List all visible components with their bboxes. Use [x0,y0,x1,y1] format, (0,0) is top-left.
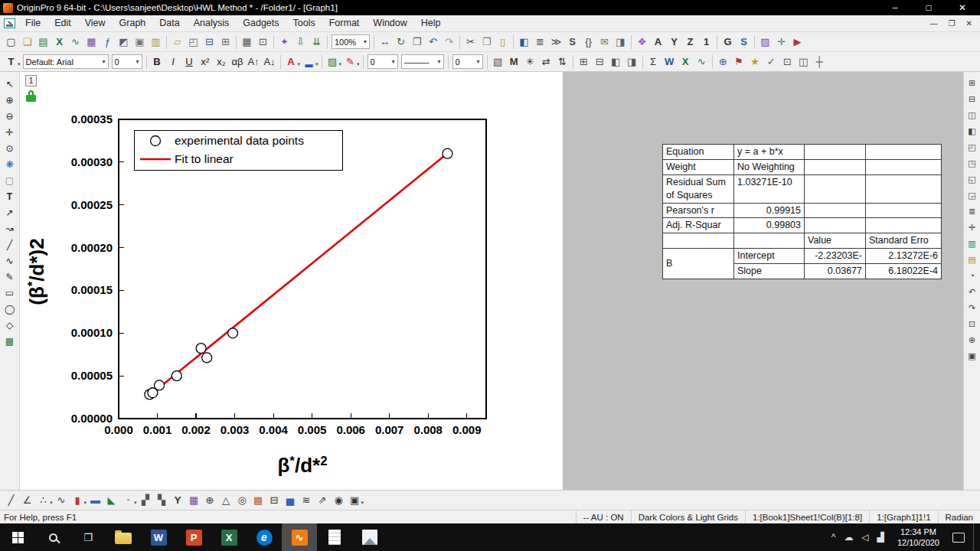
group-objects-button[interactable]: ⊞ [576,54,592,70]
file-explorer-button[interactable] [106,523,141,551]
line-color-button[interactable]: ✎ [342,54,358,70]
line-color-dropdown-arrow-icon[interactable]: ▾ [357,61,360,67]
superscript-button[interactable]: x² [198,54,214,70]
pointer-tool-button[interactable]: ↖ [2,77,18,92]
insert-graph-object-button[interactable]: ∿ [694,54,710,70]
fill-color-dropdown-arrow-icon[interactable]: ▾ [339,61,342,67]
taskbar-clock[interactable]: 12:34 PM 12/10/2020 [893,527,944,549]
pattern-button[interactable]: ▧ [490,54,506,70]
add-top-x-axis-button[interactable]: ◰ [965,140,979,155]
arrow-tool-button[interactable]: ↗ [2,205,18,220]
y-rescale-tool-button[interactable]: Y [666,34,682,51]
line-plot-button[interactable]: ╱ [3,492,19,509]
menu-data[interactable]: Data [152,15,186,31]
greek-button[interactable]: αβ [230,54,246,70]
polyline-tool-button[interactable]: ∿ [2,253,18,269]
notepad-button[interactable] [317,523,352,551]
insert-excel-object-button[interactable]: X [678,54,694,70]
import-multiple-ascii-button[interactable]: ⇊ [309,34,325,51]
fill-color-button[interactable]: ▨ [325,54,341,70]
flag-button[interactable]: ⚑ [731,54,747,70]
theme-organizer-button[interactable]: ▨ [757,34,773,51]
code-builder-button[interactable]: {} [580,34,596,51]
screen-reader-tool-button[interactable]: ✛ [2,125,18,140]
polygon-tool-button[interactable]: ◇ [2,318,18,333]
z-rescale-tool-button[interactable]: Z [682,34,698,51]
add-color-scale-button[interactable]: ▥ [965,236,979,251]
merge-layers-button[interactable]: ◧ [965,124,979,139]
highlight-color-button[interactable]: ▂ [301,54,317,70]
menu-file[interactable]: File [18,15,47,31]
save-project-button[interactable]: ⊟ [201,34,217,51]
pie-chart-button[interactable]: ◔ [119,492,136,509]
line-tool-button[interactable]: ╱ [2,237,18,253]
scatter-plot-dropdown-arrow-icon[interactable]: ▾ [50,500,53,506]
origin-button[interactable]: ∿ [282,523,317,551]
send-to-back-button[interactable]: ◨ [624,54,640,70]
mask-range-tool-button[interactable]: ▢ [2,173,18,188]
rescale-page-button[interactable]: ↔ [377,34,393,51]
child-minimize-button[interactable]: — [930,19,938,28]
new-3d-graph-button[interactable]: ◩ [116,34,132,51]
object-manager-button[interactable]: ◨ [612,34,629,51]
search-button[interactable] [35,523,70,551]
vector-plot-button[interactable]: ⇗ [315,492,331,509]
curved-arrow-tool-button[interactable]: ↝ [2,221,18,236]
new-notes-button[interactable]: ▥ [148,34,164,51]
script-window-button[interactable]: S [564,34,580,51]
data-selector-tool-button[interactable]: ❋ [2,157,18,172]
add-date-time-button[interactable]: ◔ [965,269,979,283]
scatter-plot-button[interactable]: ∴ [35,492,51,509]
column-plot-button[interactable]: ▮ [70,492,86,509]
zoom-all-button[interactable]: ⊕ [965,333,979,347]
bring-to-front-button[interactable]: ◧ [608,54,624,70]
area-plot-button[interactable]: ◣ [103,492,119,509]
video-builder-button[interactable]: ▶ [789,34,805,51]
contour-plot-button[interactable]: ◎ [234,492,250,509]
zoom-panel-button[interactable]: ⊡ [779,54,795,70]
highlight-color-dropdown-arrow-icon[interactable]: ▾ [315,61,318,67]
menu-analysis[interactable]: Analysis [187,15,237,31]
extract-to-layers-button[interactable]: ◫ [965,108,979,122]
refresh-button[interactable]: ↻ [393,34,409,51]
add-inset-layer-button[interactable]: ◱ [965,172,979,187]
word-button[interactable]: W [141,523,176,551]
import-ascii-button[interactable]: ⇩ [292,34,309,51]
photos-button[interactable] [352,523,387,551]
graph-page[interactable]: 0.0000.0010.0020.0030.0040.0050.0060.007… [20,72,563,490]
new-project-button[interactable]: ▢ [3,34,19,51]
custom-routine-button[interactable]: 1 [698,34,714,51]
data-reader-tool-button[interactable]: ⊙ [2,141,18,156]
template-library-dropdown-arrow-icon[interactable]: ▾ [361,500,364,506]
child-close-button[interactable]: ✕ [966,19,972,28]
new-layout-button[interactable]: ▣ [132,34,148,51]
bubble-plot-button[interactable]: ◉ [331,492,347,509]
increase-font-button[interactable]: A↑ [246,54,262,70]
paste-button[interactable]: ▯ [495,34,511,51]
results-log-button[interactable]: ≣ [532,34,548,51]
menu-view[interactable]: View [78,15,113,31]
world-map-button[interactable]: ⊕ [715,54,731,70]
double-y-plot-button[interactable]: Y [170,492,186,509]
waterfall-plot-button[interactable]: ≋ [299,492,315,509]
new-workbook-button[interactable]: ▤ [35,34,51,51]
print-preview-button[interactable]: ⊡ [255,34,271,51]
tray-expand-icon[interactable]: ^ [831,532,836,543]
ternary-plot-button[interactable]: △ [218,492,234,509]
zoom-select[interactable]: 100%▾ [332,34,370,49]
rotate-cw-button[interactable]: ↷ [965,301,979,315]
network-icon[interactable]: ▟ [877,532,884,543]
3d-column-plot-button[interactable]: ▦ [186,492,202,509]
template-library-button[interactable]: ▣ [347,492,363,509]
freehand-draw-tool-button[interactable]: ✎ [2,269,18,285]
text-tool-button[interactable]: T [2,189,18,204]
rectangle-tool-button[interactable]: ▭ [2,285,18,301]
digitizer-button[interactable]: ✛ [773,34,789,51]
show-desktop-button[interactable] [973,523,977,551]
graph-window-icon[interactable] [4,18,15,28]
new-folder-button[interactable]: ❏ [19,34,35,51]
heatmap-plot-button[interactable]: ▩ [250,492,266,509]
spreadsheet-gallery-button[interactable]: S [736,34,752,51]
underline-button[interactable]: U [181,54,198,70]
project-explorer-button[interactable]: ◧ [516,34,532,51]
